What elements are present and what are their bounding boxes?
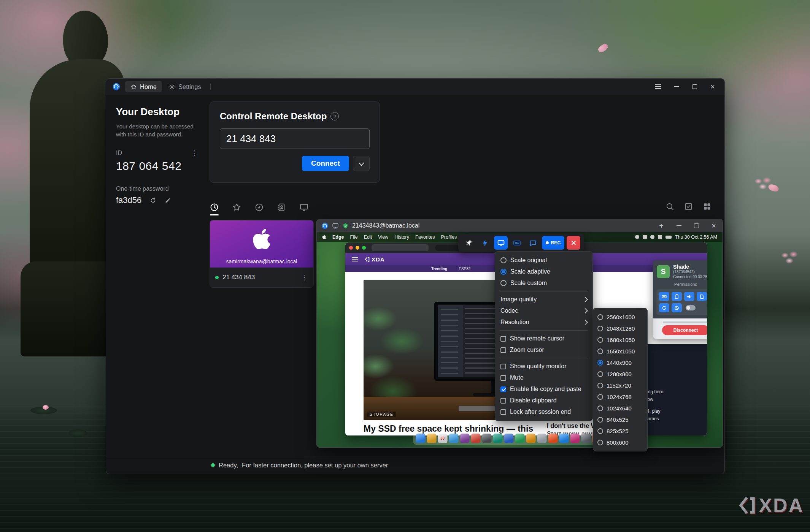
- peer-card[interactable]: samirmakwana@batmac.local 21 434 843 ⋮: [210, 220, 314, 288]
- nav-trending[interactable]: Trending: [431, 267, 447, 271]
- nav-item[interactable]: ESP32: [459, 267, 470, 271]
- menu-item-resolution[interactable]: Resolution: [495, 317, 592, 328]
- actions-button[interactable]: [478, 236, 492, 250]
- resolution-option-800x600[interactable]: 800x600: [593, 437, 647, 448]
- resolution-option-2048x1280[interactable]: 2048x1280: [593, 323, 647, 334]
- menu-item-show-remote-cursor[interactable]: Show remote cursor: [495, 333, 592, 344]
- dock-app-icon[interactable]: [537, 434, 546, 443]
- menubar-item[interactable]: File: [350, 234, 358, 240]
- close-button[interactable]: ×: [708, 82, 717, 91]
- menu-item-show-quality-monitor[interactable]: Show quality monitor: [495, 361, 592, 372]
- dock-app-icon[interactable]: [482, 434, 491, 443]
- menu-item-codec[interactable]: Codec: [495, 305, 592, 317]
- menubar-item[interactable]: Profiles: [441, 234, 457, 240]
- menu-item-lock-after-session-end[interactable]: Lock after session end: [495, 406, 592, 418]
- connect-button[interactable]: Connect: [302, 156, 349, 171]
- permission-clipboard-button[interactable]: [672, 292, 682, 301]
- permission-toggle[interactable]: [686, 305, 696, 310]
- peer-menu-button[interactable]: ⋮: [301, 274, 308, 281]
- refresh-password-button[interactable]: [150, 197, 156, 204]
- tab-discovered[interactable]: [254, 203, 264, 212]
- setup-server-link[interactable]: For faster connection, please set up you…: [242, 462, 388, 469]
- menu-item-scale-original[interactable]: Scale original: [495, 255, 592, 266]
- permission-restart-button[interactable]: [659, 303, 669, 312]
- resolution-option-1680x1050[interactable]: 1680x1050: [593, 334, 647, 345]
- keyboard-mode-button[interactable]: [510, 236, 524, 250]
- dock-app-icon[interactable]: [427, 434, 436, 443]
- resolution-option-1152x720[interactable]: 1152x720: [593, 380, 647, 391]
- permission-keyboard-button[interactable]: [659, 292, 669, 301]
- dock-app-icon[interactable]: [449, 434, 458, 443]
- permission-audio-button[interactable]: [684, 292, 694, 301]
- browser-tab[interactable]: [372, 244, 429, 251]
- dock-app-icon[interactable]: [504, 434, 513, 443]
- dock-app-icon[interactable]: [493, 434, 502, 443]
- traffic-light-zoom[interactable]: [362, 246, 366, 250]
- close-session-button[interactable]: ✕: [567, 236, 580, 250]
- permission-file-button[interactable]: [697, 292, 707, 301]
- tab-group[interactable]: [299, 203, 309, 212]
- new-tab-button[interactable]: +: [657, 222, 665, 230]
- remote-id-input[interactable]: [220, 128, 370, 149]
- dock-app-icon[interactable]: 30: [438, 434, 447, 443]
- display-settings-button[interactable]: [494, 236, 508, 250]
- remote-minimize-button[interactable]: [675, 222, 683, 230]
- peer-select-button[interactable]: [684, 202, 693, 212]
- edit-password-button[interactable]: [165, 197, 171, 204]
- dock-app-icon[interactable]: [416, 434, 425, 443]
- id-menu-button[interactable]: ⋮: [191, 150, 198, 157]
- main-titlebar[interactable]: Home Settings ×: [106, 79, 724, 95]
- help-icon[interactable]: ?: [330, 112, 339, 120]
- resolution-option-1440x900[interactable]: 1440x900: [593, 357, 647, 368]
- dock-app-icon[interactable]: [548, 434, 557, 443]
- remote-titlebar[interactable]: 21434843@batmac.local + ×: [317, 219, 723, 232]
- menu-item-scale-adaptive[interactable]: Scale adaptive: [495, 266, 592, 277]
- menu-item-zoom-cursor[interactable]: Zoom cursor: [495, 344, 592, 356]
- menubar-item[interactable]: View: [378, 234, 388, 240]
- remote-maximize-button[interactable]: [692, 222, 700, 230]
- menu-item-mute[interactable]: Mute: [495, 372, 592, 383]
- tab-home[interactable]: Home: [125, 81, 162, 92]
- view-toggle-button[interactable]: [703, 202, 712, 212]
- menu-item-scale-custom[interactable]: Scale custom: [495, 277, 592, 289]
- pin-toolbar-button[interactable]: [462, 236, 476, 250]
- menu-item-disable-clipboard[interactable]: Disable clipboard: [495, 395, 592, 406]
- permission-block-input-button[interactable]: [672, 303, 682, 312]
- record-button[interactable]: REC: [542, 236, 564, 250]
- maximize-button[interactable]: [690, 82, 699, 91]
- minimize-button[interactable]: [672, 82, 680, 91]
- dock-app-icon[interactable]: [581, 434, 591, 443]
- tab-address-book[interactable]: [277, 203, 286, 212]
- menubar-item[interactable]: Favorites: [415, 234, 435, 240]
- resolution-option-1024x640[interactable]: 1024x640: [593, 402, 647, 414]
- disconnect-button[interactable]: Disconnect: [662, 325, 707, 335]
- app-menu-button[interactable]: [654, 82, 662, 91]
- chat-button[interactable]: [526, 236, 540, 250]
- connect-options-button[interactable]: [353, 156, 370, 171]
- resolution-option-2560x1600[interactable]: 2560x1600: [593, 311, 647, 323]
- xda-menu-button[interactable]: [352, 259, 358, 260]
- traffic-light-minimize[interactable]: [356, 246, 359, 250]
- resolution-option-1650x1050[interactable]: 1650x1050: [593, 345, 647, 357]
- dock-app-icon[interactable]: [515, 434, 524, 443]
- apple-menu-icon[interactable]: [322, 234, 326, 239]
- dock-app-icon[interactable]: [526, 434, 535, 443]
- resolution-option-825x525[interactable]: 825x525: [593, 425, 647, 437]
- dock-app-icon[interactable]: [559, 434, 569, 443]
- dock-app-icon[interactable]: [471, 434, 480, 443]
- dock-app-icon[interactable]: [570, 434, 580, 443]
- menu-item-image-quality[interactable]: Image quality: [495, 294, 592, 305]
- tab-recent-sessions[interactable]: [210, 203, 219, 212]
- menubar-item[interactable]: Edge: [332, 234, 344, 240]
- search-button[interactable]: [665, 202, 674, 212]
- resolution-option-1024x768[interactable]: 1024x768: [593, 391, 647, 402]
- menubar-item[interactable]: Edit: [364, 234, 372, 240]
- xda-logo[interactable]: XDA: [365, 256, 385, 263]
- remote-close-button[interactable]: ×: [710, 222, 718, 230]
- resolution-option-1280x800[interactable]: 1280x800: [593, 368, 647, 380]
- tab-settings[interactable]: Settings: [164, 81, 206, 92]
- menubar-item[interactable]: History: [394, 234, 409, 240]
- resolution-option-840x525[interactable]: 840x525: [593, 414, 647, 425]
- dock-app-icon[interactable]: [460, 434, 469, 443]
- tab-favorites[interactable]: [232, 203, 241, 212]
